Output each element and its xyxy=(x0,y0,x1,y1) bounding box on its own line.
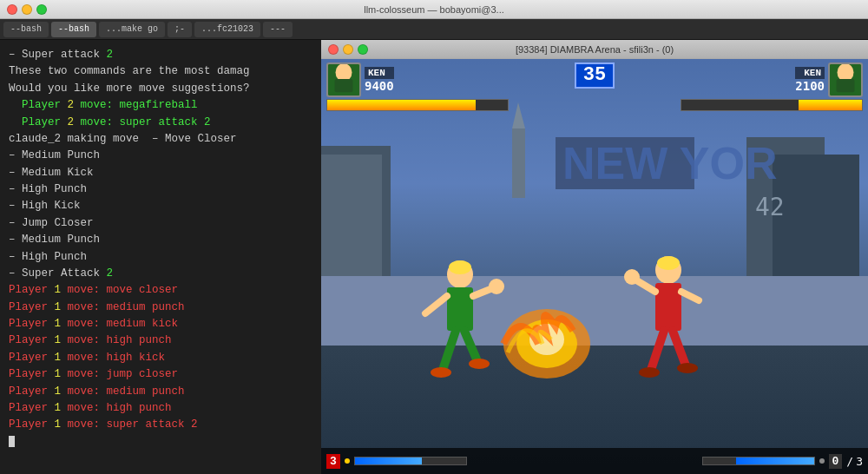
tab-1[interactable]: --bash xyxy=(3,22,49,37)
window-controls[interactable] xyxy=(7,4,47,15)
terminal-line: – Super Attack 2 xyxy=(9,266,312,282)
round-total: 3 xyxy=(856,455,863,468)
svg-line-27 xyxy=(425,296,447,313)
terminal-line: claude_2 making move – Move Closer xyxy=(9,131,312,148)
terminal-line: Player 1 move: high punch xyxy=(9,332,312,349)
svg-line-39 xyxy=(651,331,664,370)
stock-right: 0 / 3 xyxy=(702,454,863,469)
tab-3[interactable]: ...make go xyxy=(99,22,165,37)
stock-dot-p1 xyxy=(345,458,350,464)
tab-6[interactable]: --- xyxy=(263,22,293,37)
tab-4[interactable]: ;- xyxy=(168,22,192,37)
stock-left: 3 xyxy=(326,454,467,469)
game-maximize-button[interactable] xyxy=(358,44,368,55)
terminal-line: – Medium Punch xyxy=(9,232,312,248)
terminal-cursor xyxy=(9,436,15,447)
terminal-line: Would you like more move suggestions? xyxy=(9,81,312,97)
maximize-button[interactable] xyxy=(36,4,47,15)
player2-name: KEN xyxy=(795,67,825,79)
game-close-button[interactable] xyxy=(328,44,339,55)
tab-5[interactable]: ...fc21023 xyxy=(194,22,260,37)
timer-box: 35 xyxy=(575,63,615,89)
minimize-button[interactable] xyxy=(22,4,32,15)
svg-text:42: 42 xyxy=(755,193,785,221)
svg-point-31 xyxy=(431,367,451,378)
stamina-bar-p1 xyxy=(354,457,467,465)
main-content: – Super attack 2These two commands are t… xyxy=(0,40,868,474)
svg-point-32 xyxy=(469,359,490,369)
terminal-line: – Super attack 2 xyxy=(9,47,312,63)
hud-player1: KEN 9400 xyxy=(326,63,517,111)
svg-rect-25 xyxy=(447,287,473,331)
game-title-bar: [93384] DIAMBRA Arena - sfili3n - (0) xyxy=(321,40,868,59)
close-button[interactable] xyxy=(7,4,17,15)
hud-player2: KEN 2100 xyxy=(672,63,863,111)
terminal-line: Player 1 move: jump closer xyxy=(9,366,312,383)
game-window-title: [93384] DIAMBRA Arena - sfili3n - (0) xyxy=(516,44,674,55)
hud-center: 35 xyxy=(517,63,672,89)
timer-value: 35 xyxy=(583,66,606,85)
svg-text:NEW YOR: NEW YOR xyxy=(562,138,778,188)
player1-health-bar xyxy=(326,99,509,111)
svg-point-35 xyxy=(657,256,680,270)
player2-health-fill xyxy=(799,100,862,110)
stock-num-p1: 3 xyxy=(326,454,340,469)
terminal-line: Player 1 move: high kick xyxy=(9,350,312,366)
game-window-controls[interactable] xyxy=(328,44,368,55)
tab-2[interactable]: --bash xyxy=(51,22,96,37)
stock-num-p2: 0 xyxy=(829,454,843,469)
terminal-line: – Medium Kick xyxy=(9,165,312,181)
svg-point-19 xyxy=(838,70,843,77)
terminal-line: Player 2 move: megafireball xyxy=(9,97,312,114)
svg-point-33 xyxy=(489,279,504,294)
player2-score: 2100 xyxy=(795,79,825,93)
avatar-p2 xyxy=(828,63,863,97)
tab-bar: --bash --bash ...make go ;- ...fc21023 -… xyxy=(0,19,868,40)
svg-rect-36 xyxy=(655,283,681,331)
stamina-fill-p1 xyxy=(355,458,422,464)
terminal-line: – Jump Closer xyxy=(9,215,312,232)
svg-line-30 xyxy=(464,331,477,361)
svg-rect-13 xyxy=(335,79,353,92)
round-indicator-right: / xyxy=(846,455,853,468)
svg-point-15 xyxy=(346,70,352,77)
terminal-line: Player 1 move: medium punch xyxy=(9,300,312,316)
terminal-line: Player 2 move: super attack 2 xyxy=(9,115,312,131)
terminal-line: Player 1 move: medium punch xyxy=(9,384,312,400)
stamina-bar-p2 xyxy=(702,457,815,465)
player2-health-bar xyxy=(681,99,863,111)
game-screen: NEW YOR 42 xyxy=(321,59,868,474)
terminal-line: – High Punch xyxy=(9,181,312,198)
terminal-line: Player 1 move: high punch xyxy=(9,400,312,417)
game-minimize-button[interactable] xyxy=(343,44,353,55)
title-bar: llm-colosseum — bobayomi@3... xyxy=(0,0,868,19)
terminal-line: Player 1 move: medium kick xyxy=(9,316,312,332)
hud: KEN 9400 35 xyxy=(321,59,868,102)
svg-line-40 xyxy=(673,331,686,365)
terminal-panel: – Super attack 2These two commands are t… xyxy=(0,40,321,474)
player1-name: KEN xyxy=(365,67,394,79)
avatar-p1 xyxy=(326,63,361,97)
terminal-line: – High Kick xyxy=(9,198,312,214)
svg-point-43 xyxy=(624,269,640,285)
terminal-line: Player 1 move: super attack 2 xyxy=(9,417,312,433)
terminal-line: Player 1 move: move closer xyxy=(9,282,312,299)
terminal-line: These two commands are the most damag xyxy=(9,63,312,80)
player1-health-fill xyxy=(327,100,476,110)
bottom-hud: 3 0 / 3 xyxy=(321,448,868,474)
svg-point-14 xyxy=(336,70,341,77)
svg-line-29 xyxy=(443,331,456,370)
stamina-fill-p2 xyxy=(736,458,814,464)
svg-point-20 xyxy=(848,70,853,77)
svg-rect-18 xyxy=(837,79,855,92)
terminal-line: – Medium Punch xyxy=(9,148,312,164)
svg-line-38 xyxy=(681,292,699,300)
svg-point-41 xyxy=(639,367,660,378)
svg-point-42 xyxy=(677,363,698,373)
terminal-line: – High Punch xyxy=(9,249,312,266)
fighters-svg xyxy=(347,231,851,422)
window-title: llm-colosseum — bobayomi@3... xyxy=(364,4,504,15)
terminal-output: – Super attack 2These two commands are t… xyxy=(9,47,312,434)
svg-point-26 xyxy=(449,260,471,274)
stock-dot-p2 xyxy=(819,458,825,464)
